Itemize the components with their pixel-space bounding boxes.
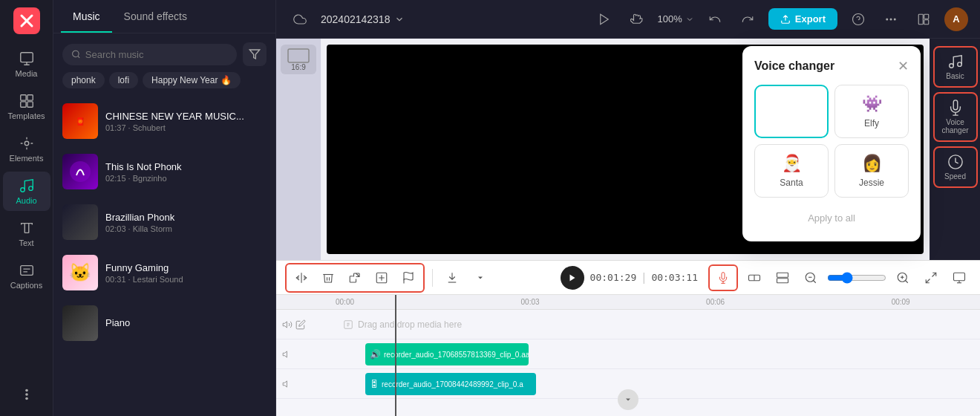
- tag-happy-new-year[interactable]: Happy New Year 🔥: [143, 72, 241, 88]
- sidebar-elements-label: Elements: [10, 154, 44, 163]
- flag-button[interactable]: [396, 266, 420, 290]
- more-options-button[interactable]: [879, 7, 903, 31]
- track-thumbnail: [62, 305, 98, 341]
- track-split-icon[interactable]: [742, 266, 766, 290]
- redo-button[interactable]: [736, 7, 760, 31]
- tab-sound-effects[interactable]: Sound effects: [112, 0, 199, 33]
- fullscreen-button[interactable]: [947, 266, 971, 290]
- edit-icon[interactable]: [295, 319, 306, 330]
- microphone-button[interactable]: [710, 266, 736, 290]
- svg-rect-33: [777, 273, 788, 277]
- play-pause-button[interactable]: [561, 266, 584, 290]
- zoom-control[interactable]: 100%: [658, 13, 694, 25]
- audio-clip-1[interactable]: 🔊 recorder_audio_17068557813369_clip_0.a…: [365, 343, 529, 365]
- track-merge-icon[interactable]: [771, 266, 794, 290]
- vc-santa-label: Santa: [780, 178, 803, 188]
- apply-to-all-button[interactable]: Apply to all: [754, 207, 909, 230]
- track-control-video: [276, 319, 336, 330]
- download-button[interactable]: [440, 266, 464, 290]
- svg-point-11: [25, 397, 28, 400]
- split-tool-button[interactable]: [290, 266, 313, 290]
- voice-changer-title: Voice changer: [754, 59, 834, 73]
- svg-rect-0: [20, 53, 33, 62]
- scroll-down-button[interactable]: [618, 389, 638, 410]
- tag-phonk[interactable]: phonk: [62, 72, 105, 88]
- svg-marker-49: [283, 351, 287, 357]
- sidebar-item-text[interactable]: Text: [3, 214, 50, 253]
- left-sidebar: Media Templates Elements Audio Text Capt…: [0, 0, 53, 416]
- rs-item-basic[interactable]: Basic: [933, 46, 978, 88]
- track-info: Brazillian Phonk 02:03 · Killa Storm: [105, 212, 267, 233]
- sidebar-audio-label: Audio: [16, 196, 36, 205]
- voice-changer-close[interactable]: ✕: [898, 58, 909, 74]
- svg-rect-21: [924, 19, 929, 24]
- timeline-toolbar: 00:01:29 | 00:03:11: [276, 261, 980, 295]
- list-item[interactable]: 🧧 CHINESE NEW YEAR MUSIC... 01:37 · Schu…: [53, 96, 275, 146]
- rs-item-voice-changer[interactable]: Voice changer: [933, 92, 978, 142]
- timeline-ruler: 00:00 00:03 00:06 00:09: [276, 295, 980, 310]
- clip-name-2: recorder_audio_17008442489992_clip_0.a: [382, 380, 523, 389]
- video-track-area[interactable]: Drag and drop media here: [336, 310, 980, 339]
- current-time: 00:01:29: [590, 272, 637, 283]
- detach-audio-button[interactable]: [343, 266, 367, 290]
- project-name[interactable]: 202402142318: [321, 13, 405, 25]
- search-input[interactable]: [85, 49, 228, 60]
- list-item[interactable]: Piano: [53, 298, 275, 348]
- filter-button[interactable]: [243, 42, 267, 66]
- svg-point-17: [890, 18, 892, 20]
- audio-track-area-2[interactable]: 🎛 recorder_audio_17008442489992_clip_0.a: [336, 369, 980, 398]
- list-item[interactable]: 🐱 Funny Gaming 00:31 · Lestari Sound: [53, 247, 275, 298]
- export-button[interactable]: Export: [768, 8, 837, 30]
- vc-option-santa[interactable]: 🎅 Santa: [754, 144, 829, 198]
- sidebar-item-audio[interactable]: Audio: [3, 172, 50, 211]
- zoom-in-button[interactable]: [891, 266, 915, 290]
- tag-lofi[interactable]: lofi: [109, 72, 138, 88]
- aspect-ratio-label: 16:9: [291, 63, 305, 71]
- download-options-button[interactable]: [468, 266, 492, 290]
- help-button[interactable]: [846, 7, 870, 31]
- sidebar-item-templates[interactable]: Templates: [3, 87, 50, 126]
- svg-rect-22: [288, 49, 309, 62]
- undo-button[interactable]: [703, 7, 727, 31]
- search-icon: [71, 49, 81, 59]
- delete-button[interactable]: [316, 266, 340, 290]
- audio-track-area-1[interactable]: 🔊 recorder_audio_17068557813369_clip_0.a…: [336, 339, 980, 368]
- timeline-tools-group: [285, 263, 425, 293]
- zoom-slider[interactable]: [827, 272, 886, 284]
- vc-santa-icon: 🎅: [782, 154, 802, 173]
- main-area: 202402142318 100% Export: [276, 0, 980, 416]
- aspect-ratio-16-9[interactable]: 16:9: [281, 45, 316, 74]
- sidebar-item-more[interactable]: [3, 380, 50, 409]
- vc-option-elfy[interactable]: 👾 Elfy: [834, 85, 909, 138]
- tab-music[interactable]: Music: [61, 0, 112, 33]
- app-logo[interactable]: [13, 7, 40, 34]
- rs-voice-changer-label: Voice changer: [938, 118, 973, 134]
- svg-point-9: [25, 389, 28, 392]
- svg-point-23: [949, 64, 953, 68]
- toolbar-divider: [432, 269, 433, 287]
- avatar[interactable]: A: [944, 7, 968, 31]
- rs-basic-label: Basic: [946, 72, 964, 80]
- svg-line-39: [905, 280, 907, 282]
- audio-clip-2[interactable]: 🎛 recorder_audio_17008442489992_clip_0.a: [365, 373, 536, 395]
- rs-item-speed[interactable]: Speed: [933, 146, 978, 188]
- vc-elfy-label: Elfy: [864, 118, 879, 129]
- clip-audio-icon: 🔊: [370, 349, 381, 360]
- svg-line-42: [932, 273, 936, 276]
- sidebar-item-media[interactable]: Media: [3, 45, 50, 84]
- track-control-audio-2: [276, 379, 336, 389]
- list-item[interactable]: Brazillian Phonk 02:03 · Killa Storm: [53, 197, 275, 247]
- sidebar-item-captions[interactable]: Captions: [3, 256, 50, 296]
- hand-tool-button[interactable]: [625, 7, 649, 31]
- zoom-out-button[interactable]: [799, 266, 823, 290]
- vc-option-none[interactable]: ⊘: [754, 85, 829, 138]
- track-meta: 02:03 · Killa Storm: [105, 224, 267, 233]
- layout-toggle-button[interactable]: [912, 7, 935, 31]
- play-mode-button[interactable]: [592, 7, 616, 31]
- list-item[interactable]: This Is Not Phonk 02:15 · Bgnzinho: [53, 146, 275, 197]
- mic-button-group: [708, 264, 738, 291]
- sidebar-item-elements[interactable]: Elements: [3, 129, 50, 169]
- freeze-button[interactable]: [370, 266, 393, 290]
- vc-option-jessie[interactable]: 👩 Jessie: [834, 144, 909, 198]
- fit-view-button[interactable]: [919, 266, 943, 290]
